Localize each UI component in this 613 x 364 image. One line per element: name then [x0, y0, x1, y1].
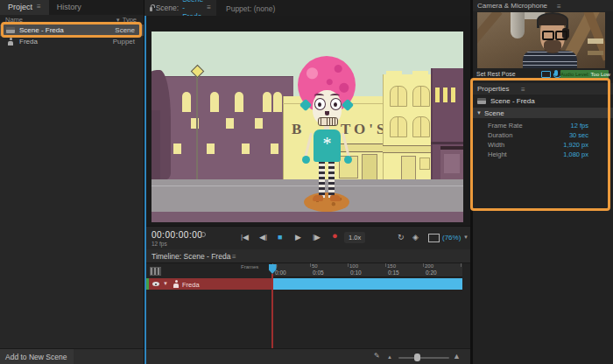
microphone-toggle-icon[interactable]: [554, 70, 558, 76]
scene-awning: [335, 144, 384, 152]
timeline-zoom-handle[interactable]: [414, 354, 420, 361]
person-beard: [544, 40, 561, 53]
snapshot-icon[interactable]: ◈: [412, 232, 419, 242]
project-column-headers[interactable]: Name ▼ Type: [0, 15, 144, 24]
right-panel: Camera & Microphone ≡ Set Rest Pose: [473, 0, 613, 364]
section-label: Scene: [484, 109, 504, 117]
camera-mic-title: Camera & Microphone: [477, 2, 547, 10]
property-label: Frame Rate: [488, 122, 523, 130]
scene-window: [263, 92, 271, 112]
lock-icon[interactable]: [150, 7, 152, 11]
set-rest-pose-button[interactable]: Set Rest Pose: [476, 71, 516, 77]
sort-icon[interactable]: ▼: [116, 18, 121, 23]
scene-door: [362, 154, 377, 181]
step-forward-button[interactable]: |▶: [313, 232, 321, 242]
collapse-icon[interactable]: ▼: [163, 281, 168, 286]
timecode[interactable]: 00:00:00:00: [151, 230, 202, 240]
panel-menu-icon[interactable]: ≡: [232, 253, 236, 262]
track-header[interactable]: ▼ Freda: [149, 278, 272, 290]
project-item-scene-freda[interactable]: Scene - Freda Scene: [0, 24, 144, 36]
item-name: Scene - Freda: [19, 26, 64, 34]
scene-ledge: [431, 142, 463, 144]
properties-header: Properties ≡: [473, 83, 613, 94]
property-value[interactable]: 1,080 px: [563, 150, 588, 158]
scene-window: [271, 144, 278, 154]
item-name: Freda: [19, 38, 38, 46]
project-panel-tabbar: Project ≡ History: [0, 0, 144, 15]
timeline-track-freda[interactable]: ▼ Freda: [144, 278, 470, 290]
tab-history[interactable]: History: [49, 0, 89, 15]
camera-toggle-icon[interactable]: [541, 71, 551, 78]
tab-scene[interactable]: Scene: Scene - Freda ≡: [144, 0, 216, 16]
property-label: Height: [488, 150, 507, 158]
play-button[interactable]: ▶: [295, 232, 301, 242]
scene-viewer[interactable]: B TO'S: [144, 16, 470, 226]
tab-puppet[interactable]: Puppet: (none): [226, 4, 275, 13]
camera-feed: [477, 12, 605, 68]
column-name: Name: [5, 16, 23, 24]
scene-canvas[interactable]: B TO'S: [151, 32, 463, 222]
add-to-new-scene-button[interactable]: Add to New Scene: [0, 349, 74, 364]
step-back-button[interactable]: ◀|: [259, 232, 267, 242]
panel-focus-line: [144, 16, 146, 364]
freda-hand-right: [344, 156, 352, 164]
timeline-zoom-slider[interactable]: [398, 357, 449, 359]
project-item-freda[interactable]: Freda Puppet: [0, 36, 144, 47]
zoom-in-mountain-icon[interactable]: ▲: [453, 352, 461, 360]
framerate-label: 12 fps: [151, 241, 167, 247]
zoom-dropdown-icon[interactable]: ▼: [463, 234, 469, 240]
safe-area-icon[interactable]: [428, 234, 440, 242]
panel-menu-icon[interactable]: ≡: [557, 3, 561, 11]
scene-lamp-pole: [196, 74, 198, 179]
scene-window: [412, 86, 430, 107]
timeline-bottom-bar: ✎ ▲ ▲: [144, 348, 470, 364]
visibility-eye-icon[interactable]: [152, 282, 159, 286]
tab-project[interactable]: Project ≡: [0, 0, 49, 15]
go-to-start-button[interactable]: |◀: [241, 232, 249, 242]
freda-shoe-left: [313, 195, 323, 201]
zoom-level[interactable]: (76%): [442, 234, 461, 242]
scene-door: [401, 156, 416, 181]
track-clip[interactable]: [272, 278, 462, 290]
scene-window: [451, 88, 455, 102]
freda-mouth: [318, 117, 338, 126]
scene-window: [412, 116, 430, 137]
scene-curb: [151, 186, 463, 186]
item-type: Scene: [115, 26, 135, 34]
stop-button[interactable]: ■: [278, 232, 282, 242]
property-value[interactable]: 1,920 px: [563, 141, 588, 149]
person-glasses-left: [542, 31, 554, 40]
timeline-ruler[interactable]: 00:00 500:05 1000:10 1500:15 2000:20 250: [272, 263, 462, 277]
property-value[interactable]: 30 sec: [569, 131, 588, 139]
section-collapse-icon[interactable]: ▼: [476, 110, 482, 116]
audio-level-label: Audio Level:: [560, 72, 589, 77]
scene-sign-right: TO'S: [341, 121, 388, 138]
scene-street-strip: [151, 212, 463, 222]
video-shelf: [588, 38, 603, 44]
rest-pose-row: Set Rest Pose Audio Level: Too Low: [473, 68, 613, 81]
timeline-title: Timeline: Scene - Freda: [151, 252, 230, 261]
scene-sign-left: B: [292, 121, 301, 138]
scene-window: [435, 88, 440, 102]
track-options-icon[interactable]: [150, 267, 161, 276]
scene-window: [207, 144, 215, 154]
zoom-out-mountain-icon[interactable]: ▲: [387, 354, 392, 360]
scene-tree-trunk: [151, 110, 160, 180]
timeline-panel: Timeline: Scene - Freda ≡ Frames 00:00 5…: [144, 249, 470, 364]
person-hair: [539, 14, 567, 25]
record-button[interactable]: ●: [332, 230, 338, 241]
track-name: Freda: [182, 281, 200, 289]
playback-speed[interactable]: 1.0x: [344, 232, 365, 243]
scene-window: [273, 92, 282, 112]
tab-history-label: History: [57, 3, 81, 11]
video-duct: [511, 12, 525, 38]
property-value[interactable]: 12 fps: [571, 122, 588, 130]
loop-icon[interactable]: ↻: [398, 232, 405, 242]
scene-parapet: [386, 71, 402, 74]
pencil-icon[interactable]: ✎: [374, 352, 380, 360]
panel-menu-icon[interactable]: ≡: [521, 86, 525, 94]
panel-menu-icon[interactable]: ≡: [37, 3, 41, 11]
panel-menu-icon[interactable]: ≡: [207, 4, 211, 12]
properties-section-scene[interactable]: ▼ Scene: [473, 108, 613, 118]
scene-window: [390, 116, 407, 137]
